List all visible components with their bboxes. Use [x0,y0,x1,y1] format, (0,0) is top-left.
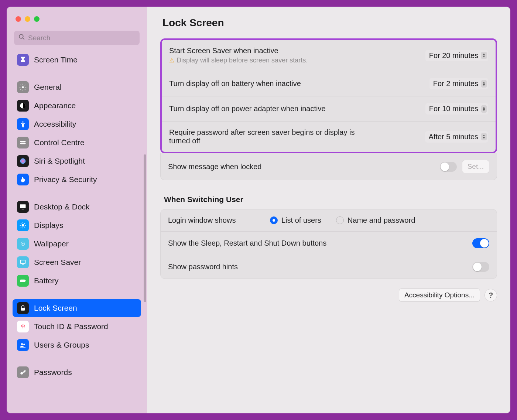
window-controls [11,14,143,31]
svg-point-2 [22,86,24,88]
chevron-updown-icon: ▲▼ [481,133,487,140]
radio-icon [270,216,278,224]
sidebar-item-touch-id-password[interactable]: Touch ID & Password [13,318,141,335]
screensaver-row: Start Screen Saver when inactive ⚠︎ Disp… [162,40,496,71]
displays-icon [17,219,29,231]
sidebar-item-control-centre[interactable]: Control Centre [13,134,141,151]
radio-list-of-users[interactable]: List of users [270,216,321,225]
login-window-radio-group: List of users Name and password [270,216,415,225]
require-password-value: After 5 minutes [429,133,479,141]
sidebar-item-general[interactable]: General [13,78,141,96]
settings-window: Screen TimeGeneralAppearanceAccessibilit… [7,7,510,413]
sidebar-item-label: General [34,83,62,92]
search-input[interactable] [28,34,135,42]
svg-point-4 [22,122,23,123]
wallpaper-icon [17,238,29,250]
show-message-row: Show message when locked Set... [161,153,497,180]
search-field[interactable] [14,31,140,45]
sidebar-item-label: Passwords [34,368,72,377]
svg-point-0 [19,34,23,38]
sidebar-item-label: Privacy & Security [34,175,97,184]
sidebar-item-passwords[interactable]: Passwords [13,363,141,381]
sidebar-item-users-groups[interactable]: Users & Groups [13,336,141,354]
page-title: Lock Screen [162,17,497,29]
display-battery-label: Turn display off on battery when inactiv… [169,79,429,88]
display-battery-value: For 2 minutes [433,79,478,88]
radio-icon [336,216,344,224]
svg-rect-14 [22,264,24,264]
radio-name-password[interactable]: Name and password [336,216,415,225]
sidebar-item-lock-screen[interactable]: Lock Screen [13,299,141,317]
sidebar-item-appearance[interactable]: Appearance [13,97,141,115]
chevron-updown-icon: ▲▼ [481,105,487,113]
sidebar-item-screen-saver[interactable]: Screen Saver [13,253,141,271]
switching-user-panel: Login window shows List of users Name an… [160,209,497,279]
fingerprint-icon [17,321,29,332]
svg-rect-13 [20,260,25,263]
svg-point-19 [23,344,25,345]
footer-actions: Accessibility Options... ? [160,288,497,302]
radio-name-label: Name and password [347,216,415,225]
sidebar-item-siri-spotlight[interactable]: Siri & Spotlight [13,152,141,170]
main-content: Lock Screen Start Screen Saver when inac… [147,7,510,413]
warning-icon: ⚠︎ [169,57,174,64]
switching-user-heading: When Switching User [164,195,497,204]
sidebar-item-label: Screen Time [34,55,78,64]
key-icon [17,366,29,378]
require-password-dropdown[interactable]: After 5 minutes ▲▼ [425,131,488,143]
require-password-label: Require password after screen saver begi… [169,128,361,145]
screensaver-warning-text: Display will sleep before screen saver s… [177,57,308,64]
accessibility-options-button[interactable]: Accessibility Options... [399,288,480,302]
show-hints-label: Show password hints [168,263,238,271]
sidebar-item-label: Control Centre [34,138,85,147]
display-battery-dropdown[interactable]: For 2 minutes ▲▼ [429,78,488,89]
siri-icon [17,155,29,167]
gear-icon [17,81,29,93]
sidebar-item-label: Siri & Spotlight [34,157,85,165]
display-power-dropdown[interactable]: For 10 minutes ▲▼ [425,103,488,115]
sidebar-item-screen-time[interactable]: Screen Time [13,51,141,69]
chevron-updown-icon: ▲▼ [481,80,487,88]
show-buttons-toggle[interactable] [472,238,489,248]
display-power-label: Turn display off on power adapter when i… [169,105,425,113]
sidebar-item-label: Users & Groups [34,341,89,349]
require-password-row: Require password after screen saver begi… [162,122,496,152]
help-button[interactable]: ? [485,289,497,301]
lock-icon [17,302,29,314]
appearance-icon [17,100,29,112]
show-hints-toggle[interactable] [472,262,489,272]
show-buttons-row: Show the Sleep, Restart and Shut Down bu… [161,232,497,255]
sidebar-item-label: Screen Saver [34,258,81,267]
search-icon [18,34,25,42]
svg-point-10 [22,224,24,227]
sidebar-scrollbar[interactable] [144,154,146,302]
show-message-toggle[interactable] [440,162,457,172]
sidebar-item-label: Battery [34,276,59,285]
sidebar-item-label: Touch ID & Password [34,322,108,331]
screensaver-dropdown[interactable]: For 20 minutes ▲▼ [425,50,488,61]
display-battery-row: Turn display off on battery when inactiv… [162,71,496,96]
sidebar-item-wallpaper[interactable]: Wallpaper [13,235,141,253]
sidebar-item-battery[interactable]: Battery [13,272,141,290]
sidebar-item-accessibility[interactable]: Accessibility [13,115,141,133]
sidebar-item-label: Displays [34,221,63,230]
sidebar-nav: Screen TimeGeneralAppearanceAccessibilit… [11,50,143,409]
maximize-button[interactable] [34,16,40,22]
svg-point-20 [20,372,23,375]
sidebar-item-displays[interactable]: Displays [13,216,141,234]
close-button[interactable] [16,16,21,22]
show-message-label: Show message when locked [168,163,440,171]
lock-screen-panel: Start Screen Saver when inactive ⚠︎ Disp… [160,38,497,153]
svg-point-18 [21,343,23,345]
minimize-button[interactable] [25,16,30,22]
sidebar-item-privacy-security[interactable]: Privacy & Security [13,171,141,188]
display-power-value: For 10 minutes [429,105,478,113]
sidebar-item-desktop-dock[interactable]: Desktop & Dock [13,198,141,216]
desktop-icon [17,201,29,213]
sidebar-item-label: Lock Screen [34,304,77,313]
screensaver-label: Start Screen Saver when inactive [169,47,425,55]
set-message-button[interactable]: Set... [462,160,489,173]
hourglass-icon [17,54,29,66]
sidebar-item-label: Desktop & Dock [34,202,90,211]
radio-list-label: List of users [281,216,321,225]
